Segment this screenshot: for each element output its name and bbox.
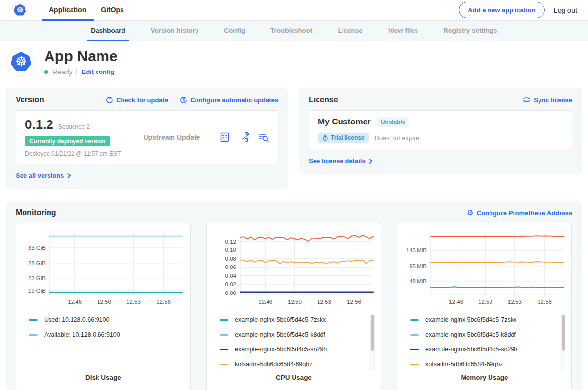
x-axis-tick-label: 12:50 bbox=[478, 299, 492, 305]
legend-item: Used: 10.128.0.66:9100 bbox=[29, 317, 185, 323]
x-axis-tick-label: 12:56 bbox=[538, 299, 552, 305]
app-header: ☸ App Name Ready Edit config bbox=[0, 41, 588, 82]
legend-label: kotsadm-5db6dc6584-69qbz bbox=[235, 361, 312, 367]
add-application-button[interactable]: Add a new application bbox=[459, 2, 544, 18]
topnav-tab-label: GitOps bbox=[101, 6, 124, 14]
kubernetes-heptagon: ☸ bbox=[14, 4, 26, 16]
legend-label: example-nginx-5bc6f5d4c5-k8ddf bbox=[235, 331, 325, 338]
y-axis-tick-label: 95 MiB bbox=[409, 263, 427, 269]
kubernetes-logo: ☸ bbox=[12, 2, 28, 18]
chart-title: Memory Usage bbox=[402, 374, 566, 382]
legend-label: example-nginx-5bc6f5d4c5-7zskx bbox=[235, 317, 326, 323]
legend-label: example-nginx-5bc6f5d4c5-sn29h bbox=[425, 346, 517, 353]
sync-license-link[interactable]: Sync license bbox=[522, 97, 572, 104]
link-label: Check for update bbox=[116, 97, 168, 104]
tab-view-files[interactable]: View files bbox=[375, 21, 431, 41]
cpu-usage-chart: 0.120.100.080.060.040.020.0012:4612:5012… bbox=[212, 229, 376, 311]
deployed-badge: Currently deployed version bbox=[25, 136, 110, 146]
config-wrench-icon[interactable] bbox=[239, 132, 249, 143]
kubernetes-heptagon: ☸ bbox=[11, 52, 31, 72]
top-nav: ☸ Application GitOps Add a new applicati… bbox=[0, 0, 588, 21]
refresh-icon bbox=[106, 97, 113, 104]
version-card-title: Version bbox=[16, 96, 44, 104]
x-axis-tick-label: 12:50 bbox=[288, 299, 302, 305]
configure-automatic-updates-link[interactable]: Configure automatic updates bbox=[180, 97, 278, 104]
memory-usage-chart-card: 143 MiB95 MiB48 MiB12:4612:5012:5312:56 … bbox=[397, 223, 572, 390]
legend-item: example-nginx-5bc6f5d4c5-k8ddf bbox=[410, 331, 566, 338]
tab-license[interactable]: License bbox=[325, 21, 375, 41]
helm-wheel-icon: ☸ bbox=[15, 55, 27, 69]
disk-usage-legend: Used: 10.128.0.66:9100Available: 10.128.… bbox=[29, 317, 185, 338]
topnav-tab-application[interactable]: Application bbox=[42, 0, 94, 20]
version-source: Upstream Update bbox=[143, 133, 200, 141]
legend-item: kotsadm-5db6dc6584-69qbz bbox=[220, 361, 376, 367]
y-axis-tick-label: 0.02 bbox=[225, 281, 236, 287]
x-axis-tick-label: 12:53 bbox=[317, 299, 331, 305]
configure-prometheus-link[interactable]: ⚙ Configure Prometheus Address bbox=[467, 209, 572, 217]
link-label: Configure Prometheus Address bbox=[477, 209, 572, 217]
x-axis-tick-label: 12:46 bbox=[258, 299, 272, 305]
y-axis-tick-label: 0.04 bbox=[225, 273, 237, 279]
legend-item: Available: 10.128.0.66:9100 bbox=[29, 331, 185, 338]
license-card: License Sync license My Customer Unstabl… bbox=[299, 88, 582, 174]
tab-version-history[interactable]: Version history bbox=[138, 21, 212, 41]
y-axis-tick-label: 0.06 bbox=[225, 264, 236, 270]
topnav-tab-gitops[interactable]: GitOps bbox=[94, 0, 131, 20]
tab-dashboard[interactable]: Dashboard bbox=[78, 21, 138, 41]
y-axis-tick-label: 0.00 bbox=[225, 290, 236, 296]
chart-series-line bbox=[431, 262, 564, 262]
y-axis-tick-label: 23 GiB bbox=[28, 275, 46, 281]
chevron-right-icon bbox=[67, 173, 71, 179]
disk-usage-chart: 33 GiB28 GiB23 GiB19 GiB12:4612:5012:531… bbox=[21, 229, 185, 311]
preflight-checks-icon[interactable] bbox=[220, 132, 230, 143]
chart-canvas: 33 GiB28 GiB23 GiB19 GiB12:4612:5012:531… bbox=[21, 229, 185, 309]
x-axis-tick-label: 12:56 bbox=[347, 299, 361, 305]
y-axis-tick-label: 48 MiB bbox=[409, 278, 427, 284]
license-summary: My Customer Unstable Trial license Does … bbox=[309, 110, 572, 149]
divider bbox=[76, 68, 77, 75]
license-type-badge: Trial license bbox=[318, 133, 369, 143]
see-all-versions-link[interactable]: See all versions bbox=[16, 172, 71, 179]
version-card: Version Check for update Configure au bbox=[6, 88, 288, 189]
legend-item: example-nginx-5bc6f5d4c5-7zskx bbox=[220, 317, 376, 323]
logout-link[interactable]: Log out bbox=[554, 6, 577, 14]
link-label: See all versions bbox=[16, 172, 64, 179]
tab-config[interactable]: Config bbox=[211, 21, 258, 41]
chart-series-line bbox=[431, 236, 564, 237]
customer-name: My Customer bbox=[318, 117, 371, 127]
badge-label: Trial license bbox=[331, 134, 365, 141]
legend-swatch bbox=[410, 364, 419, 365]
chart-canvas: 143 MiB95 MiB48 MiB12:4612:5012:5312:56 bbox=[402, 229, 566, 309]
legend-swatch bbox=[29, 319, 38, 321]
schedule-update-icon bbox=[180, 97, 187, 104]
license-expiry: Does not expire bbox=[375, 134, 419, 142]
legend-scrollbar[interactable] bbox=[561, 314, 565, 371]
scrollbar-thumb[interactable] bbox=[371, 315, 374, 351]
helm-wheel-icon: ☸ bbox=[16, 6, 24, 14]
stopwatch-icon bbox=[322, 135, 328, 141]
cpu-usage-chart-card: 0.120.100.080.060.040.020.0012:4612:5012… bbox=[206, 223, 381, 390]
link-label: Configure automatic updates bbox=[190, 97, 278, 104]
x-axis-tick-label: 12:56 bbox=[156, 299, 171, 305]
monitoring-title: Monitoring bbox=[16, 208, 56, 217]
app-icon: ☸ bbox=[7, 48, 35, 76]
page-title: App Name bbox=[44, 48, 118, 65]
tab-troubleshoot[interactable]: Troubleshoot bbox=[258, 21, 325, 41]
legend-scrollbar[interactable] bbox=[370, 314, 375, 371]
x-axis-tick-label: 12:53 bbox=[126, 299, 141, 305]
monitoring-section: Monitoring ⚙ Configure Prometheus Addres… bbox=[6, 201, 582, 390]
edit-config-link[interactable]: Edit config bbox=[81, 68, 114, 75]
current-version-row: 0.1.2 Sequence 2 Currently deployed vers… bbox=[16, 110, 278, 164]
tab-registry-settings[interactable]: Registry settings bbox=[431, 21, 510, 41]
view-logs-icon[interactable] bbox=[258, 132, 269, 143]
legend-swatch bbox=[220, 349, 228, 350]
legend-label: Used: 10.128.0.66:9100 bbox=[44, 317, 109, 323]
see-license-details-link[interactable]: See license details bbox=[309, 157, 373, 165]
legend-label: kotsadm-5db6dc6584-69qbz bbox=[425, 361, 503, 367]
check-for-update-link[interactable]: Check for update bbox=[106, 97, 168, 104]
scrollbar-thumb[interactable] bbox=[562, 315, 565, 351]
legend-swatch bbox=[410, 319, 419, 321]
chart-series-line bbox=[240, 235, 373, 241]
legend-swatch bbox=[410, 334, 419, 336]
chevron-right-icon bbox=[368, 158, 373, 164]
